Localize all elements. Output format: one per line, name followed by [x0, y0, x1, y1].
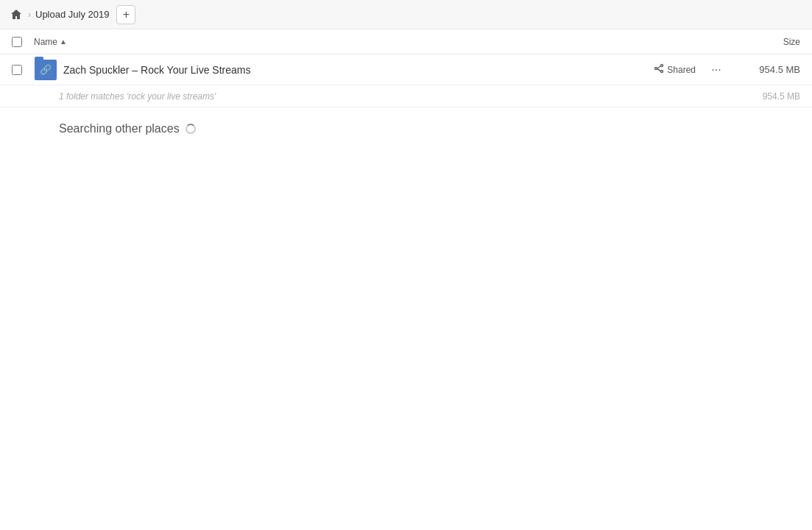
searching-label: Searching other places: [59, 122, 800, 135]
ellipsis-icon: ···: [711, 63, 721, 77]
breadcrumb-separator: ›: [28, 10, 31, 20]
shared-badge: Shared: [649, 62, 700, 77]
table-row[interactable]: 🔗 Zach Spuckler – Rock Your Live Streams…: [0, 54, 812, 85]
searching-text: Searching other places: [59, 122, 180, 135]
more-options-button[interactable]: ···: [706, 60, 727, 80]
svg-line-4: [657, 69, 661, 71]
svg-point-2: [661, 71, 663, 73]
name-column-header[interactable]: Name ▲: [34, 37, 727, 47]
row-checkbox-container[interactable]: [12, 65, 34, 75]
svg-point-1: [655, 68, 657, 70]
home-button[interactable]: [6, 4, 27, 25]
row-checkbox[interactable]: [12, 65, 22, 75]
file-name: Zach Spuckler – Rock Your Live Streams: [63, 64, 649, 76]
select-all-checkbox-container[interactable]: [12, 37, 34, 47]
plus-icon: +: [123, 8, 130, 21]
search-info-row: 1 folder matches 'rock your live streams…: [0, 85, 812, 107]
name-label: Name: [34, 37, 57, 47]
column-header-row: Name ▲ Size: [0, 29, 812, 54]
svg-point-0: [661, 65, 663, 67]
select-all-checkbox[interactable]: [12, 37, 22, 47]
searching-section: Searching other places: [0, 107, 812, 150]
svg-line-3: [657, 66, 661, 69]
link-icon: 🔗: [40, 64, 52, 75]
file-actions: Shared ···: [649, 60, 727, 80]
shared-label: Shared: [667, 65, 696, 75]
sort-arrow-icon: ▲: [60, 38, 67, 46]
search-info-text: 1 folder matches 'rock your live streams…: [59, 91, 727, 102]
size-column-header[interactable]: Size: [727, 37, 800, 47]
loading-spinner: [186, 124, 196, 134]
add-button[interactable]: +: [116, 5, 135, 24]
breadcrumb-title: Upload July 2019: [35, 9, 109, 20]
file-size: 954.5 MB: [727, 64, 800, 75]
folder-icon: 🔗: [34, 58, 57, 82]
share-icon: [654, 63, 664, 76]
search-info-size: 954.5 MB: [727, 91, 800, 102]
breadcrumb-bar: › Upload July 2019 +: [0, 0, 812, 29]
